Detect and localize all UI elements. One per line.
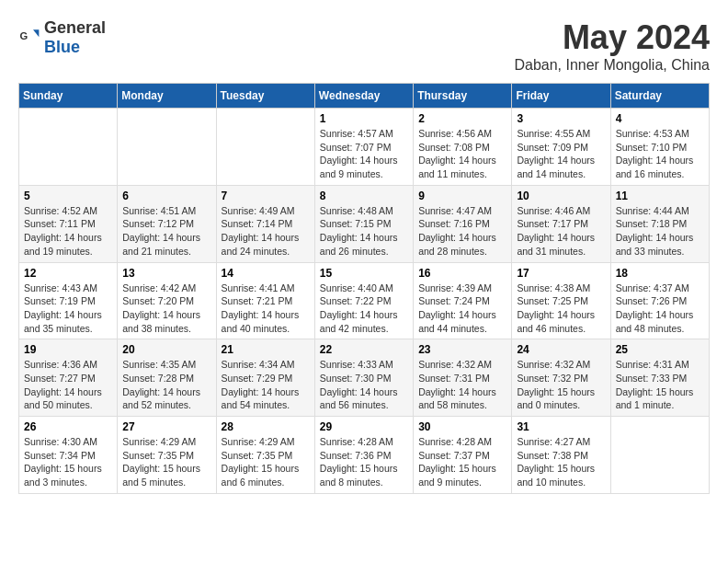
day-info: Sunrise: 4:32 AM Sunset: 7:31 PM Dayligh…	[418, 358, 506, 412]
calendar-cell	[610, 417, 709, 494]
day-number: 10	[517, 190, 605, 202]
day-number: 27	[122, 420, 210, 433]
calendar-week-row: 5Sunrise: 4:52 AM Sunset: 7:11 PM Daylig…	[19, 185, 710, 262]
calendar-cell: 3Sunrise: 4:55 AM Sunset: 7:09 PM Daylig…	[512, 109, 610, 186]
weekday-header: Sunday	[19, 84, 118, 109]
calendar-header-row: SundayMondayTuesdayWednesdayThursdayFrid…	[19, 84, 710, 109]
day-number: 28	[222, 420, 310, 433]
calendar-cell	[19, 109, 118, 186]
day-info: Sunrise: 4:28 AM Sunset: 7:37 PM Dayligh…	[418, 435, 506, 489]
calendar-cell: 12Sunrise: 4:43 AM Sunset: 7:19 PM Dayli…	[19, 262, 118, 339]
calendar-cell: 9Sunrise: 4:47 AM Sunset: 7:16 PM Daylig…	[414, 185, 512, 262]
day-number: 22	[320, 343, 408, 356]
day-number: 19	[24, 343, 112, 356]
weekday-header: Monday	[118, 84, 216, 109]
weekday-header: Thursday	[414, 84, 512, 109]
day-number: 9	[418, 190, 506, 202]
calendar-cell: 28Sunrise: 4:29 AM Sunset: 7:35 PM Dayli…	[216, 417, 314, 494]
svg-text:G: G	[20, 30, 28, 41]
calendar-cell: 4Sunrise: 4:53 AM Sunset: 7:10 PM Daylig…	[610, 109, 709, 186]
logo-general-text: General	[44, 18, 106, 37]
day-info: Sunrise: 4:34 AM Sunset: 7:29 PM Dayligh…	[222, 358, 310, 412]
day-number: 21	[222, 343, 310, 356]
calendar-cell: 17Sunrise: 4:38 AM Sunset: 7:25 PM Dayli…	[512, 262, 610, 339]
day-info: Sunrise: 4:30 AM Sunset: 7:34 PM Dayligh…	[24, 435, 112, 489]
day-info: Sunrise: 4:27 AM Sunset: 7:38 PM Dayligh…	[517, 435, 605, 489]
day-info: Sunrise: 4:35 AM Sunset: 7:28 PM Dayligh…	[122, 358, 210, 412]
calendar-cell: 19Sunrise: 4:36 AM Sunset: 7:27 PM Dayli…	[19, 339, 118, 417]
day-info: Sunrise: 4:40 AM Sunset: 7:22 PM Dayligh…	[320, 282, 408, 336]
day-number: 29	[320, 420, 408, 433]
day-number: 12	[24, 267, 112, 280]
calendar-cell: 22Sunrise: 4:33 AM Sunset: 7:30 PM Dayli…	[314, 339, 413, 417]
calendar-cell	[216, 109, 314, 186]
day-info: Sunrise: 4:29 AM Sunset: 7:35 PM Dayligh…	[222, 435, 310, 489]
calendar-cell: 20Sunrise: 4:35 AM Sunset: 7:28 PM Dayli…	[118, 339, 216, 417]
calendar-week-row: 12Sunrise: 4:43 AM Sunset: 7:19 PM Dayli…	[19, 262, 710, 339]
day-info: Sunrise: 4:56 AM Sunset: 7:08 PM Dayligh…	[418, 127, 506, 181]
calendar-cell: 26Sunrise: 4:30 AM Sunset: 7:34 PM Dayli…	[19, 417, 118, 494]
calendar-cell: 1Sunrise: 4:57 AM Sunset: 7:07 PM Daylig…	[314, 109, 413, 186]
day-info: Sunrise: 4:31 AM Sunset: 7:33 PM Dayligh…	[616, 358, 704, 412]
day-number: 30	[418, 420, 506, 433]
svg-marker-1	[33, 29, 39, 37]
calendar-week-row: 1Sunrise: 4:57 AM Sunset: 7:07 PM Daylig…	[19, 109, 710, 186]
location-title: Daban, Inner Mongolia, China	[514, 57, 710, 74]
calendar-cell: 23Sunrise: 4:32 AM Sunset: 7:31 PM Dayli…	[414, 339, 512, 417]
day-info: Sunrise: 4:53 AM Sunset: 7:10 PM Dayligh…	[616, 127, 704, 181]
calendar-week-row: 19Sunrise: 4:36 AM Sunset: 7:27 PM Dayli…	[19, 339, 710, 417]
day-info: Sunrise: 4:51 AM Sunset: 7:12 PM Dayligh…	[122, 204, 210, 259]
weekday-header: Saturday	[610, 84, 709, 109]
logo: G General Blue	[18, 18, 106, 57]
day-number: 5	[24, 190, 112, 202]
day-info: Sunrise: 4:38 AM Sunset: 7:25 PM Dayligh…	[517, 282, 605, 336]
day-number: 7	[222, 190, 310, 202]
calendar-cell: 29Sunrise: 4:28 AM Sunset: 7:36 PM Dayli…	[314, 417, 413, 494]
day-info: Sunrise: 4:33 AM Sunset: 7:30 PM Dayligh…	[320, 358, 408, 412]
calendar-cell: 15Sunrise: 4:40 AM Sunset: 7:22 PM Dayli…	[314, 262, 413, 339]
day-info: Sunrise: 4:32 AM Sunset: 7:32 PM Dayligh…	[517, 358, 605, 412]
day-number: 8	[320, 190, 408, 202]
day-number: 26	[24, 420, 112, 433]
logo-blue-text: Blue	[44, 38, 80, 56]
day-number: 14	[222, 267, 310, 280]
weekday-header: Friday	[512, 84, 610, 109]
day-info: Sunrise: 4:55 AM Sunset: 7:09 PM Dayligh…	[517, 127, 605, 181]
day-number: 31	[517, 420, 605, 433]
day-info: Sunrise: 4:48 AM Sunset: 7:15 PM Dayligh…	[320, 204, 408, 259]
day-info: Sunrise: 4:47 AM Sunset: 7:16 PM Dayligh…	[418, 204, 506, 259]
weekday-header: Wednesday	[314, 84, 413, 109]
day-info: Sunrise: 4:28 AM Sunset: 7:36 PM Dayligh…	[320, 435, 408, 489]
calendar-cell: 31Sunrise: 4:27 AM Sunset: 7:38 PM Dayli…	[512, 417, 610, 494]
calendar-cell: 25Sunrise: 4:31 AM Sunset: 7:33 PM Dayli…	[610, 339, 709, 417]
day-number: 18	[616, 267, 704, 280]
calendar-cell: 30Sunrise: 4:28 AM Sunset: 7:37 PM Dayli…	[414, 417, 512, 494]
day-number: 20	[122, 343, 210, 356]
day-info: Sunrise: 4:36 AM Sunset: 7:27 PM Dayligh…	[24, 358, 112, 412]
calendar-cell: 6Sunrise: 4:51 AM Sunset: 7:12 PM Daylig…	[118, 185, 216, 262]
calendar-cell: 27Sunrise: 4:29 AM Sunset: 7:35 PM Dayli…	[118, 417, 216, 494]
calendar-cell: 16Sunrise: 4:39 AM Sunset: 7:24 PM Dayli…	[414, 262, 512, 339]
calendar-cell: 18Sunrise: 4:37 AM Sunset: 7:26 PM Dayli…	[610, 262, 709, 339]
day-number: 25	[616, 343, 704, 356]
day-number: 24	[517, 343, 605, 356]
day-number: 16	[418, 267, 506, 280]
day-number: 6	[122, 190, 210, 202]
day-number: 2	[418, 112, 506, 125]
title-area: May 2024 Daban, Inner Mongolia, China	[514, 18, 710, 74]
day-info: Sunrise: 4:57 AM Sunset: 7:07 PM Dayligh…	[320, 127, 408, 181]
day-number: 15	[320, 267, 408, 280]
calendar-table: SundayMondayTuesdayWednesdayThursdayFrid…	[18, 83, 710, 494]
day-info: Sunrise: 4:42 AM Sunset: 7:20 PM Dayligh…	[122, 282, 210, 336]
weekday-header: Tuesday	[216, 84, 314, 109]
day-number: 4	[616, 112, 704, 125]
calendar-cell: 2Sunrise: 4:56 AM Sunset: 7:08 PM Daylig…	[414, 109, 512, 186]
calendar-cell: 14Sunrise: 4:41 AM Sunset: 7:21 PM Dayli…	[216, 262, 314, 339]
calendar-cell: 7Sunrise: 4:49 AM Sunset: 7:14 PM Daylig…	[216, 185, 314, 262]
calendar-week-row: 26Sunrise: 4:30 AM Sunset: 7:34 PM Dayli…	[19, 417, 710, 494]
day-info: Sunrise: 4:41 AM Sunset: 7:21 PM Dayligh…	[222, 282, 310, 336]
logo-icon: G	[18, 27, 40, 49]
day-info: Sunrise: 4:46 AM Sunset: 7:17 PM Dayligh…	[517, 204, 605, 259]
day-number: 23	[418, 343, 506, 356]
calendar-cell: 13Sunrise: 4:42 AM Sunset: 7:20 PM Dayli…	[118, 262, 216, 339]
